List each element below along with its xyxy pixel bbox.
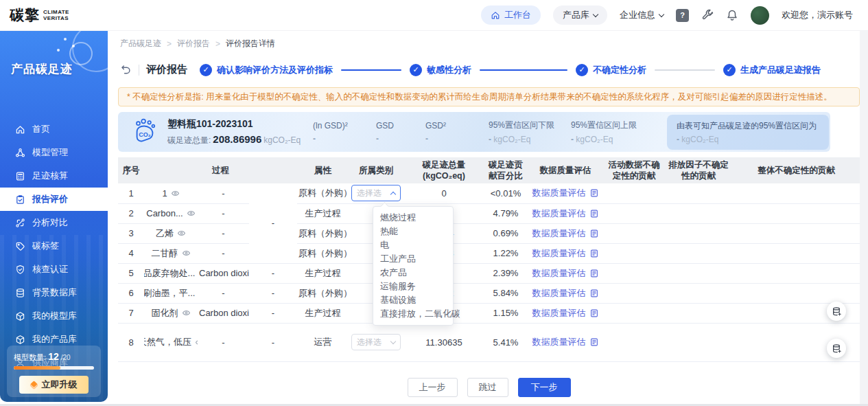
upgrade-button[interactable]: 立即升级 — [19, 376, 89, 394]
database-shortcut-button[interactable] — [827, 302, 846, 321]
sidebar-item-model[interactable]: 模型管理 — [0, 141, 108, 164]
breadcrumb-item[interactable]: 产品碳足迹 — [120, 38, 161, 49]
eye-icon[interactable] — [177, 229, 186, 238]
dropdown-option[interactable]: 直接排放，二氧化碳 — [373, 307, 453, 321]
flow-name: - — [198, 183, 249, 203]
eye-icon[interactable] — [171, 189, 180, 198]
process-name[interactable]: 印刷油墨，平... — [144, 287, 195, 300]
sidebar-item-db[interactable]: 背景数据库 — [0, 281, 108, 304]
document-icon — [589, 308, 599, 318]
sidebar-item-report[interactable]: 报告评价 — [0, 188, 108, 211]
skip-button[interactable]: 跳过 — [467, 378, 508, 397]
column-header: 碳足迹贡献百分比 — [484, 157, 527, 183]
step-2[interactable]: ✓敏感性分析 — [410, 64, 471, 76]
factor-uncertainty-cell — [664, 303, 733, 323]
dropdown-option[interactable]: 电 — [373, 238, 453, 252]
activity-uncertainty-cell — [604, 283, 664, 303]
product-library-button[interactable]: 产品库 — [553, 5, 607, 25]
summary-metric: GSD- — [376, 121, 425, 144]
sidebar-item-verify[interactable]: 核查认证 — [0, 258, 108, 281]
wrench-icon[interactable] — [701, 9, 714, 21]
table-row: 1 1 --原料（外购） 选择选 0 <0.01% 数据质量评估 — [118, 183, 860, 203]
category-select[interactable]: 选择选 — [351, 185, 401, 201]
category-dropdown-menu: 燃烧过程热能电工业产品农产品运输服务基础设施直接排放，二氧化碳 — [373, 206, 454, 326]
dropdown-option[interactable]: 工业产品 — [373, 252, 453, 266]
table-row: 4 二甘醇 -原料（外购） 8958 1.22% 数据质量评估 — [118, 243, 860, 263]
previous-step-button[interactable]: 上一步 — [408, 378, 458, 397]
eye-icon[interactable] — [187, 209, 196, 218]
scrollbar-track[interactable] — [860, 31, 868, 406]
factor-uncertainty-cell — [664, 323, 733, 361]
sidebar-item-tag[interactable]: 碳标签 — [0, 234, 108, 258]
data-quality-link[interactable]: 数据质量评估 — [532, 247, 599, 260]
verify-icon — [15, 264, 25, 275]
flow-name: - — [198, 203, 249, 223]
home-icon — [15, 124, 25, 135]
company-info-button[interactable]: 企业信息 — [620, 9, 664, 21]
row-index: 2 — [118, 203, 144, 223]
brand-logo-cn: 碳擎 — [10, 5, 40, 25]
avatar[interactable] — [751, 6, 769, 25]
data-quality-link[interactable]: 数据质量评估 — [532, 267, 599, 280]
data-quality-link[interactable]: 数据质量评估 — [532, 207, 599, 220]
category-select[interactable]: 选择选 — [351, 334, 401, 350]
process-name[interactable]: 产品废弃物处... — [144, 267, 195, 280]
column-header: 碳足迹总量(kgCO₂eq) — [403, 157, 484, 183]
wizard-footer: 上一步 跳过 下一步 — [118, 378, 860, 397]
eye-icon[interactable] — [182, 308, 191, 317]
breadcrumb-item[interactable]: 评价报告 — [177, 38, 210, 49]
process-name[interactable]: 固化剂 — [152, 307, 178, 319]
data-quality-link[interactable]: 数据质量评估 — [532, 336, 599, 348]
data-quality-link[interactable]: 数据质量评估 — [532, 287, 599, 300]
flow-name: Carbon dioxi... — [198, 303, 249, 323]
process-name[interactable]: 二甘醇 — [152, 247, 178, 260]
stepper: 评价报告 ✓确认影响评价方法及评价指标✓敏感性分析✓不确定性分析✓生成产品碳足迹… — [120, 63, 821, 76]
document-icon — [589, 289, 599, 298]
column-header: 活动数据不确定性的贡献 — [604, 157, 664, 183]
process-name[interactable]: 天然气，低压 — [144, 336, 191, 348]
sidebar-item-home[interactable]: 首页 — [0, 117, 108, 141]
step-4[interactable]: ✓生成产品碳足迹报告 — [723, 64, 821, 76]
dropdown-option[interactable]: 基础设施 — [373, 293, 453, 307]
dropdown-option[interactable]: 热能 — [373, 225, 453, 238]
document-icon — [589, 188, 599, 198]
step-1[interactable]: ✓确认影响评价方法及评价指标 — [200, 64, 333, 76]
document-icon — [589, 209, 599, 218]
compare-icon — [15, 218, 25, 228]
dropdown-option[interactable]: 燃烧过程 — [373, 211, 453, 225]
factor-uncertainty-cell — [664, 223, 733, 243]
data-quality-link[interactable]: 数据质量评估 — [532, 307, 599, 319]
process-name[interactable]: 乙烯 — [156, 227, 174, 240]
data-quality-link[interactable]: 数据质量评估 — [532, 187, 599, 199]
attribute-cell: 原料（外购） — [297, 283, 349, 303]
chevron-down-icon — [593, 11, 598, 16]
database-shortcut-button[interactable] — [827, 339, 846, 358]
breadcrumb: 产品碳足迹 > 评价报告 > 评价报告详情 — [120, 38, 275, 49]
back-icon[interactable] — [120, 64, 132, 76]
overall-uncertainty-cell — [733, 183, 860, 203]
summary-metric: GSD²- — [425, 121, 489, 144]
process-name[interactable]: Carbon... — [146, 208, 183, 218]
overall-uncertainty-cell — [733, 283, 860, 303]
workbench-button[interactable]: 工作台 — [481, 5, 541, 25]
help-icon[interactable]: ? — [676, 9, 689, 22]
step-3[interactable]: ✓不确定性分析 — [576, 64, 646, 76]
dropdown-option[interactable]: 农产品 — [373, 266, 453, 280]
sidebar-item-calc[interactable]: 足迹核算 — [0, 164, 108, 188]
dropdown-option[interactable]: 运输服务 — [373, 280, 453, 293]
row-index: 5 — [118, 263, 144, 283]
next-step-button[interactable]: 下一步 — [518, 378, 571, 397]
column-header: 整体不确定性的贡献 — [733, 157, 860, 183]
eye-icon[interactable] — [182, 249, 191, 258]
flow-name: - — [198, 243, 249, 263]
report-icon — [15, 194, 25, 205]
sidebar-item-cube[interactable]: 我的模型库 — [0, 304, 108, 328]
home-icon — [491, 10, 500, 20]
data-quality-link[interactable]: 数据质量评估 — [532, 227, 599, 240]
document-icon — [589, 337, 599, 347]
bell-icon[interactable] — [726, 9, 738, 21]
sidebar-item-compare[interactable]: 分析对比 — [0, 211, 108, 234]
process-name[interactable]: 1 — [162, 188, 167, 199]
sidebar: 产品碳足迹 首页模型管理足迹核算报告评价分析对比碳标签核查认证背景数据库我的模型… — [0, 31, 108, 402]
eye-icon[interactable] — [195, 338, 198, 347]
